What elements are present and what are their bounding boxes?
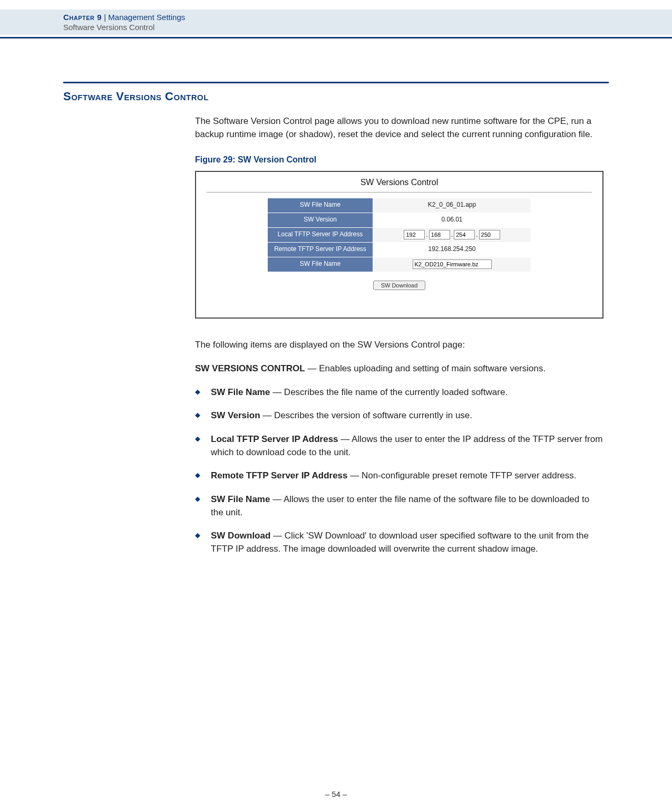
figure-caption: Figure 29: SW Version Control <box>195 153 603 166</box>
list-item: Local TFTP Server IP Address — Allows th… <box>195 433 603 459</box>
ip-octet-3-input[interactable] <box>454 230 475 239</box>
bullet-list: SW File Name — Describes the file name o… <box>195 386 603 556</box>
row-value: K2_0_06_01.app <box>373 198 531 213</box>
row-label: SW File Name <box>268 257 373 272</box>
chapter-label: Chapter 9 <box>63 13 102 22</box>
group-text: — Enables uploading and setting of main … <box>305 363 546 373</box>
header-rule <box>0 37 672 39</box>
item-term: SW File Name <box>211 387 270 397</box>
ip-octet-4-input[interactable] <box>479 230 500 239</box>
row-label: SW Version <box>268 213 373 227</box>
row-label: Local TFTP Server IP Address <box>268 227 373 242</box>
section-rule <box>63 82 609 83</box>
item-term: SW File Name <box>211 494 270 504</box>
figure-title: SW Versions Control <box>196 172 602 188</box>
chapter-subheading: Software Versions Control <box>63 23 672 32</box>
figure-box: SW Versions Control SW File Name K2_0_06… <box>195 171 603 319</box>
page-header: Chapter 9 | Management Settings Software… <box>0 9 672 35</box>
row-label: SW File Name <box>268 198 373 213</box>
list-item: SW File Name — Describes the file name o… <box>195 386 603 399</box>
row-value-ip: ... <box>373 227 531 242</box>
body-column: The Software Version Control page allows… <box>195 115 603 566</box>
list-item: Remote TFTP Server IP Address — Non-conf… <box>195 469 603 483</box>
description-lead: The following items are displayed on the… <box>195 339 603 352</box>
row-value: 0.06.01 <box>373 213 531 227</box>
download-button-wrap: SW Download <box>196 278 602 292</box>
figure-divider <box>207 192 592 193</box>
chapter-separator: | <box>102 13 108 22</box>
sw-file-name-input[interactable] <box>413 259 492 269</box>
page-footer: – 54 – <box>0 790 672 799</box>
list-item: SW File Name — Allows the user to enter … <box>195 493 603 519</box>
chapter-title: Management Settings <box>108 13 185 22</box>
ip-separator: . <box>426 230 427 239</box>
ip-separator: . <box>476 230 478 239</box>
table-row: Remote TFTP Server IP Address 192.168.25… <box>268 242 531 257</box>
item-term: Local TFTP Server IP Address <box>211 434 338 444</box>
ip-octet-2-input[interactable] <box>429 230 450 239</box>
item-term: SW Version <box>211 410 260 420</box>
item-text: — Describes the file name of the current… <box>270 387 508 397</box>
item-text: — Non-configurable preset remote TFTP se… <box>348 470 577 480</box>
list-item: SW Download — Click 'SW Download' to dow… <box>195 530 603 555</box>
row-label: Remote TFTP Server IP Address <box>268 242 373 257</box>
item-term: Remote TFTP Server IP Address <box>211 470 348 480</box>
item-term: SW Download <box>211 531 270 541</box>
table-row: SW Version 0.06.01 <box>268 213 531 227</box>
chapter-line: Chapter 9 | Management Settings <box>63 13 672 22</box>
table-row: Local TFTP Server IP Address ... <box>268 227 531 242</box>
ip-octet-1-input[interactable] <box>404 230 425 239</box>
section-intro: The Software Version Control page allows… <box>195 115 603 141</box>
section-title: Software Versions Control <box>63 90 209 103</box>
group-title: SW VERSIONS CONTROL <box>195 363 305 373</box>
sw-download-button[interactable]: SW Download <box>373 281 426 290</box>
table-row: SW File Name K2_0_06_01.app <box>268 198 531 213</box>
figure-table: SW File Name K2_0_06_01.app SW Version 0… <box>267 198 531 272</box>
row-value-file <box>373 257 531 272</box>
ip-separator: . <box>451 230 453 239</box>
description-group: SW VERSIONS CONTROL — Enables uploading … <box>195 362 603 376</box>
table-row: SW File Name <box>268 257 531 272</box>
row-value: 192.168.254.250 <box>373 242 531 257</box>
item-text: — Describes the version of software curr… <box>260 410 473 420</box>
list-item: SW Version — Describes the version of so… <box>195 409 603 422</box>
